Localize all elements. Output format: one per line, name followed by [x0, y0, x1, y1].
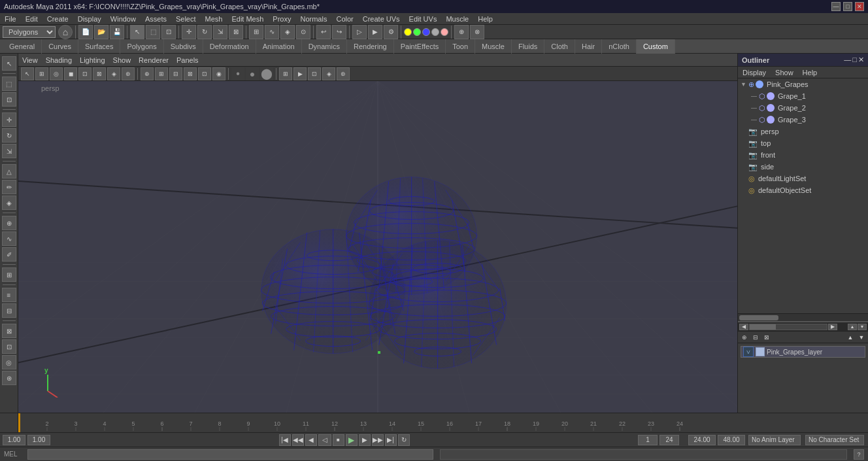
- left-scale-button[interactable]: ⇲: [2, 144, 16, 158]
- render-current-button[interactable]: ▷: [352, 25, 367, 39]
- layer-new-button[interactable]: ⊕: [739, 332, 750, 343]
- tab-deformation[interactable]: Deformation: [203, 39, 256, 54]
- layer-move-up[interactable]: ▲: [845, 332, 856, 343]
- menu-help[interactable]: Help: [476, 14, 495, 24]
- timeline-area[interactable]: 1 2 3 4 5 6 7 8: [0, 413, 868, 432]
- transport-next-key[interactable]: ▶▶: [372, 434, 384, 446]
- viewport-menu-renderer[interactable]: Renderer: [139, 56, 169, 64]
- outliner-hscrollbar[interactable]: [738, 313, 868, 321]
- timeline-ruler[interactable]: 1 2 3 4 5 6 7 8: [18, 413, 737, 432]
- left-extra2-button[interactable]: ⊡: [2, 339, 16, 354]
- transport-prev-key[interactable]: ◀◀: [292, 434, 304, 446]
- tab-muscle[interactable]: Muscle: [475, 39, 512, 54]
- tab-hair[interactable]: Hair: [575, 39, 602, 54]
- vp-tb-select[interactable]: ↖: [21, 67, 34, 80]
- outliner-minimize[interactable]: —: [844, 56, 851, 64]
- outliner-hscroll-thumb[interactable]: [739, 315, 778, 320]
- menu-file[interactable]: File: [3, 14, 18, 24]
- anim-fps[interactable]: [718, 435, 745, 445]
- paint-select-button[interactable]: ⊡: [161, 25, 176, 39]
- left-move-button[interactable]: ✛: [2, 112, 16, 127]
- layer-scroll-track[interactable]: [749, 324, 827, 330]
- viewport-canvas[interactable]: y: [18, 81, 737, 413]
- anim-range-end[interactable]: [688, 435, 716, 445]
- outliner-close[interactable]: ✕: [858, 56, 864, 64]
- last-tool-button[interactable]: ⊠: [229, 25, 243, 39]
- anim-end-frame[interactable]: [659, 435, 679, 445]
- vp-tb-small-circle[interactable]: •: [231, 67, 244, 80]
- tab-animation[interactable]: Animation: [256, 39, 302, 54]
- outliner-item-objectset[interactable]: ◎ defaultObjectSet: [738, 184, 868, 196]
- vp-tb-ipr[interactable]: ▶: [293, 67, 307, 80]
- layer-panel-down[interactable]: ▼: [858, 324, 867, 330]
- menu-edit-uvs[interactable]: Edit UVs: [407, 14, 439, 24]
- menu-color[interactable]: Color: [334, 14, 355, 24]
- left-lasso-button[interactable]: ⬚: [2, 77, 16, 91]
- vp-tb-bookmark[interactable]: ⊛: [337, 67, 350, 80]
- tab-polygons[interactable]: Polygons: [120, 39, 163, 54]
- menu-select[interactable]: Select: [174, 14, 198, 24]
- save-button[interactable]: 💾: [110, 25, 124, 39]
- no-char-set-field[interactable]: No Character Set: [805, 435, 864, 445]
- left-select-button[interactable]: ↖: [2, 56, 16, 71]
- snap-curve-button[interactable]: ∿: [265, 25, 279, 39]
- no-anim-layer-field[interactable]: No Anim Layer: [748, 435, 801, 445]
- anim-current-display[interactable]: [27, 435, 50, 445]
- vp-tb-grid[interactable]: ⊞: [155, 67, 168, 80]
- left-rotate-button[interactable]: ↻: [2, 128, 16, 143]
- menu-create-uvs[interactable]: Create UVs: [361, 14, 402, 24]
- vp-tb-lights[interactable]: ⊠: [93, 67, 106, 80]
- mode-selector[interactable]: Polygons Surfaces Dynamics Rendering Ani…: [3, 26, 56, 38]
- mel-input[interactable]: [27, 449, 433, 460]
- transport-loop[interactable]: ↻: [398, 434, 410, 446]
- outliner-item-grape2[interactable]: — ⬡ Grape_2: [738, 102, 868, 114]
- vp-tb-xray[interactable]: ⊛: [122, 67, 135, 80]
- transport-go-end[interactable]: ▶|: [385, 434, 397, 446]
- outliner-item-grape3[interactable]: — ⬡ Grape_3: [738, 114, 868, 126]
- outliner-item-lightset[interactable]: ◎ defaultLightSet: [738, 173, 868, 184]
- undo-button[interactable]: ↩: [316, 25, 331, 39]
- vp-tb-textured[interactable]: ⊡: [78, 67, 92, 80]
- snap-view-button[interactable]: ⊙: [296, 25, 310, 39]
- transport-stop[interactable]: ■: [333, 434, 344, 446]
- menu-assets[interactable]: Assets: [143, 14, 169, 24]
- transport-prev-frame[interactable]: ◀: [305, 434, 317, 446]
- outliner-item-top[interactable]: 📷 top: [738, 137, 868, 149]
- outliner-item-grape1[interactable]: — ⬡ Grape_1: [738, 90, 868, 102]
- close-button[interactable]: ✕: [855, 2, 864, 11]
- vp-tb-lg-circle[interactable]: ⬤: [260, 67, 273, 80]
- menu-display[interactable]: Display: [76, 14, 103, 24]
- tool-settings-button[interactable]: ⊗: [470, 25, 484, 39]
- minimize-button[interactable]: —: [831, 2, 841, 11]
- left-extra4-button[interactable]: ⊛: [2, 371, 16, 385]
- left-display-layers-button[interactable]: ≡: [2, 288, 16, 302]
- layer-item-pink-grapes[interactable]: V Pink_Grapes_layer: [741, 346, 865, 358]
- tab-dynamics[interactable]: Dynamics: [302, 39, 347, 54]
- viewport-menu-lighting[interactable]: Lighting: [80, 56, 105, 64]
- layer-scroll-right[interactable]: ▶: [828, 324, 837, 330]
- tab-toon[interactable]: Toon: [446, 39, 475, 54]
- snap-point-button[interactable]: ◈: [280, 25, 295, 39]
- vp-tb-display[interactable]: ◈: [322, 67, 335, 80]
- outliner-menu-show[interactable]: Show: [773, 68, 795, 77]
- transport-next-frame[interactable]: ▶: [359, 434, 371, 446]
- menu-muscle[interactable]: Muscle: [444, 14, 471, 24]
- vp-tb-flat[interactable]: ◼: [64, 67, 77, 80]
- anim-current-frame[interactable]: [638, 435, 658, 445]
- menu-proxy[interactable]: Proxy: [271, 14, 293, 24]
- tab-custom[interactable]: Custom: [637, 39, 675, 54]
- layer-panel-up[interactable]: ▲: [848, 324, 857, 330]
- outliner-menu-display[interactable]: Display: [741, 68, 768, 77]
- outliner-maximize[interactable]: □: [852, 56, 857, 64]
- left-extra3-button[interactable]: ◎: [2, 355, 16, 369]
- snap-grid-button[interactable]: ⊞: [249, 25, 263, 39]
- move-tool-button[interactable]: ✛: [182, 25, 196, 39]
- left-create-button[interactable]: ⊕: [2, 216, 16, 230]
- ipr-render-button[interactable]: ▶: [368, 25, 382, 39]
- transport-play-fwd[interactable]: ▶: [346, 434, 358, 446]
- viewport-menu-view[interactable]: View: [22, 56, 38, 64]
- vp-tb-cameras[interactable]: ⊠: [184, 67, 197, 80]
- layer-delete-button[interactable]: ⊟: [750, 332, 761, 343]
- outliner-item-side[interactable]: 📷 side: [738, 161, 868, 173]
- tab-cloth[interactable]: Cloth: [544, 39, 575, 54]
